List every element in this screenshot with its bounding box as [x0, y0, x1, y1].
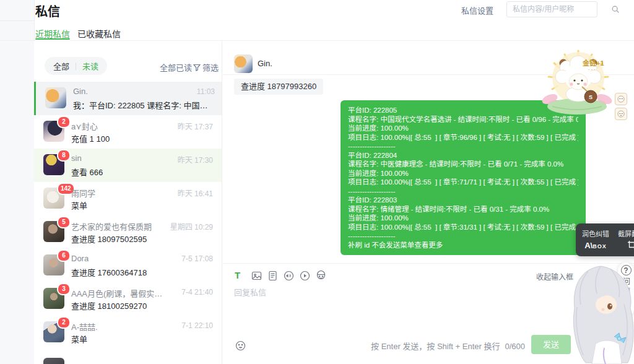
message-line: 平台ID: 222803 [348, 196, 578, 205]
sheep-caption-dots: ... [588, 65, 597, 71]
unread-badge: 8 [57, 149, 71, 162]
message-line: 当前进度: 100.00% [348, 169, 578, 178]
chat-peer-avatar [234, 54, 253, 73]
conversation-item[interactable]: 2 a⋎封心 昨天 17:37 充值 1 100 [34, 115, 222, 149]
mini-sheep-sticker[interactable] [615, 108, 627, 120]
filter-separator [76, 63, 76, 70]
conversation-preview: 菜单 [71, 333, 212, 345]
read-filter-toggle: 全部 未读 [45, 57, 107, 75]
conversation-name: Gin. [73, 87, 88, 96]
polish-correct-button[interactable]: 润色纠错 A\BOX [581, 228, 610, 256]
conversation-name: A-喆喆. [71, 321, 98, 332]
unread-badge: 2 [57, 316, 71, 329]
conversation-time: 星期四 10:29 [170, 221, 213, 232]
message-line: 平台ID: 222804 [348, 151, 578, 160]
message-settings-link[interactable]: 私信设置 [461, 4, 493, 16]
message-line: 课程名字: 中医健康理念 - 结课时间:不限时 - 已看 0/71 - 完成率 … [348, 160, 578, 169]
conversation-preview: 我：平台ID: 222805 课程名字: 中国现代文学名著... [73, 99, 214, 111]
extension-toolbar-popup: 润色纠错 A\BOX 截屏翻译 [576, 223, 634, 256]
screenshot-translate-label: 截屏翻译 [617, 228, 634, 238]
outgoing-message-bubble: 平台ID: 222805 课程名字: 中国现代文学名著选讲 - 结课时间:不限时… [341, 100, 586, 255]
tab-recent-messages[interactable]: 近期私信 [35, 27, 70, 40]
conversation-item[interactable]: 3 AAA月色(刷课，暑假实训) 7-4 21:40 查进度 181002592… [34, 282, 222, 316]
screenshot-translate-button[interactable]: 截屏翻译 [617, 228, 634, 256]
sticker-icon[interactable] [316, 271, 326, 281]
filter-unread[interactable]: 未读 [82, 60, 98, 72]
message-line: 项目日志: 100.00%|[ 总:55 ] [ 章节:96/96 ] [ 考试… [348, 133, 578, 142]
conversation-name: Dora [71, 254, 89, 263]
chat-peer-name: Gin. [258, 59, 272, 68]
app-side-gutter [0, 0, 35, 364]
conversation-name: a⋎封心 [71, 120, 98, 132]
video-icon[interactable] [300, 271, 310, 281]
conversation-preview: 查看 666 [71, 166, 212, 178]
message-line: -------------------- [348, 187, 578, 196]
filter-all[interactable]: 全部 [53, 60, 69, 72]
message-line: 平台ID: 222805 [348, 106, 578, 115]
message-line: 补刷 id 不会发送菜单查看更多 [348, 241, 578, 250]
conversation-item[interactable]: 8 sin 昨天 17:30 查看 666 [34, 149, 222, 182]
conversation-list-panel: 全部 未读 全部已读 筛选 Gin. 11:03 我：平台ID: 222805 … [34, 41, 222, 364]
conversation-name: 艺术家的爱也有保质期 [71, 220, 152, 232]
message-line: 当前进度: 100.00% [348, 214, 578, 223]
filter-label: 筛选 [202, 61, 219, 73]
article-icon[interactable] [267, 271, 278, 281]
gutter-divider [0, 20, 34, 21]
search-input[interactable] [507, 5, 611, 14]
conversation-time: 11:03 [197, 87, 215, 96]
conversation-item[interactable]: 5 艺术家的爱也有保质期 星期四 10:29 查进度 18097502595 [34, 215, 222, 249]
unread-badge: 3 [57, 283, 71, 295]
text-format-icon[interactable]: T [235, 270, 240, 280]
conversation-preview: 菜单 [71, 199, 212, 211]
help-widget[interactable]: ? 问题 [618, 262, 634, 317]
conversation-time: 7-5 17:08 [181, 254, 213, 263]
chat-header-divider [222, 74, 634, 75]
send-button[interactable]: 发送 [531, 335, 571, 354]
crop-icon [627, 240, 634, 249]
message-line: 课程名字: 情绪管理 - 结课时间:不限时 - 已看 0/31 - 完成率 0.… [348, 205, 578, 214]
conversation-item[interactable]: 6 Dora 7-5 17:08 查进度 17600364718 [34, 249, 222, 282]
conversation-time: 7-4 21:40 [181, 288, 213, 297]
conversation-preview: 查进度 18100259270 [71, 300, 212, 311]
voice-icon[interactable] [284, 271, 294, 281]
mark-all-read-button[interactable]: 全部已读 [160, 61, 192, 73]
unread-badge: 5 [57, 216, 71, 228]
funnel-icon [193, 64, 201, 71]
conversation-preview: 充值 1 100 [71, 132, 212, 144]
send-hint-text: 按 Enter 发送，按 Shift + Enter 换行 [371, 342, 500, 351]
mini-sheep-sticker[interactable] [615, 93, 627, 105]
conversation-name: sin [71, 154, 82, 163]
message-line: 当前进度: 100.00% [348, 124, 578, 133]
conversation-item[interactable]: Gin. 11:03 我：平台ID: 222805 课程名字: 中国现代文学名著… [34, 82, 222, 115]
collapse-input-link[interactable]: 收起输入框 [536, 271, 573, 282]
avatar [43, 358, 64, 364]
polish-correct-label: 润色纠错 [581, 228, 610, 238]
char-counter: 0/600 [505, 342, 525, 351]
filter-button[interactable]: 筛选 [193, 61, 219, 73]
tab-favorited-messages[interactable]: 已收藏私信 [77, 27, 121, 40]
page-title: 私信 [35, 2, 60, 20]
private-message-page: 私信 私信设置 近期私信 已收藏私信 全部 未读 全部已读 筛选 Gin. 11… [0, 0, 634, 364]
reply-input[interactable] [233, 284, 525, 334]
conversation-preview: 查进度 17600364718 [71, 266, 212, 278]
conversation-time: 昨天 17:37 [178, 121, 213, 131]
unread-badge: 2 [57, 116, 71, 128]
active-tab-underline [35, 38, 70, 40]
conversation-item[interactable]: 2 A-喆喆. 7-1 22:10 菜单 [34, 316, 222, 349]
conversation-time: 昨天 16:41 [178, 188, 213, 198]
svg-text:S: S [589, 94, 593, 100]
message-line: 项目日志: 100.00%|[ 总:55 ] [ 章节:71/71 ] [ 考试… [348, 178, 578, 187]
help-label: 问题 [621, 277, 632, 297]
abox-logo: A\BOX [581, 241, 610, 250]
conversation-name: AAA月色(刷课，暑假实训) [71, 287, 164, 299]
search-icon[interactable] [611, 5, 620, 14]
avatar [45, 87, 66, 108]
message-line: -------------------- [348, 142, 578, 151]
image-icon[interactable] [251, 271, 262, 281]
conversation-name: 雨同学 [71, 187, 95, 199]
conversation-item[interactable]: 142 雨同学 昨天 16:41 菜单 [34, 182, 222, 215]
conversation-time: 7-1 22:10 [181, 321, 213, 330]
incoming-message-bubble: 查进度 18797993260 [234, 79, 323, 95]
conversation-item[interactable] [34, 349, 222, 364]
send-hint: 按 Enter 发送，按 Shift + Enter 换行0/600 [222, 340, 525, 352]
